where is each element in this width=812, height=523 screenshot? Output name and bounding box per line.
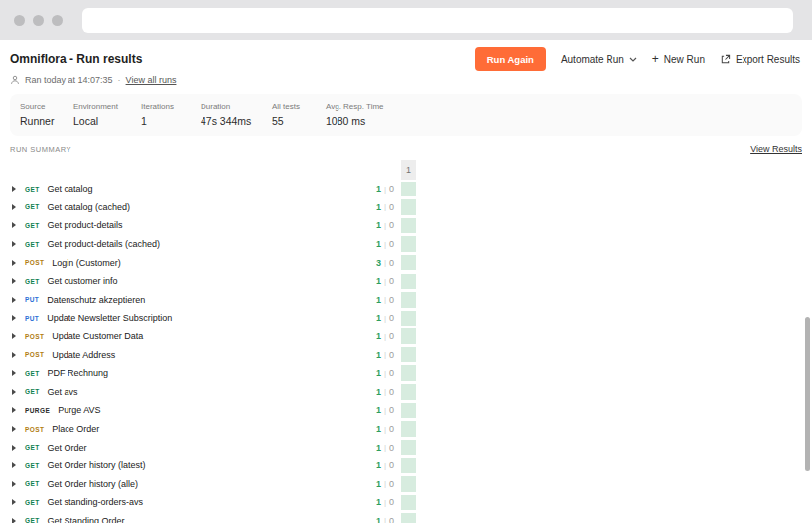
expand-caret-icon[interactable] [12, 462, 16, 468]
url-bar[interactable] [82, 8, 793, 33]
expand-caret-icon[interactable] [12, 278, 16, 284]
iteration-result-cell[interactable] [401, 292, 416, 308]
vertical-scrollbar[interactable] [805, 317, 810, 471]
expand-caret-icon[interactable] [12, 241, 16, 247]
expand-caret-icon[interactable] [12, 407, 16, 413]
new-run-button[interactable]: + New Run [652, 53, 705, 65]
table-row[interactable]: GETGet Order1|0 [0, 438, 812, 457]
table-row[interactable]: GETGet customer info1|0 [0, 272, 812, 291]
export-results-button[interactable]: Export Results [720, 54, 800, 65]
table-row[interactable]: POSTPlace Order1|0 [0, 420, 812, 439]
request-name: Datenschutz akzeptieren [47, 295, 145, 305]
stat-value: 47s 344ms [201, 115, 272, 127]
iteration-result-cell[interactable] [401, 403, 416, 419]
stat-label: Environment [73, 102, 141, 111]
method-badge: GET [25, 278, 40, 285]
iteration-result-cell[interactable] [401, 218, 416, 234]
grid-header-spacer [0, 160, 401, 180]
stat-label: Iterations [141, 102, 201, 111]
table-row[interactable]: GETGet Order history (latest)1|0 [0, 457, 812, 475]
table-row[interactable]: POSTUpdate Customer Data1|0 [0, 327, 812, 346]
expand-caret-icon[interactable] [12, 204, 16, 210]
expand-caret-icon[interactable] [12, 481, 16, 487]
table-row[interactable]: POSTLogin (Customer)3|0 [0, 253, 812, 272]
iteration-result-cell[interactable] [401, 199, 416, 215]
expand-caret-icon[interactable] [12, 297, 16, 303]
table-row[interactable]: GETGet Order history (alle)1|0 [0, 475, 812, 494]
expand-caret-icon[interactable] [12, 186, 16, 192]
iteration-result-cell[interactable] [401, 274, 416, 290]
iteration-result-cell[interactable] [401, 347, 416, 363]
expand-caret-icon[interactable] [12, 389, 16, 395]
test-counts: 1|0 [376, 497, 394, 507]
iteration-result-cell[interactable] [401, 365, 416, 381]
automate-run-button[interactable]: Automate Run [561, 54, 637, 65]
table-row[interactable]: GETGet product-details1|0 [0, 216, 812, 235]
view-all-runs-link[interactable]: View all runs [126, 75, 177, 85]
test-counts: 1|0 [376, 387, 394, 397]
iteration-result-cell[interactable] [401, 495, 416, 511]
passed-count: 1 [376, 387, 381, 397]
table-row[interactable]: PURGEPurge AVS1|0 [0, 401, 812, 420]
view-results-link[interactable]: View Results [750, 144, 802, 154]
table-row[interactable]: GETGet product-details (cached)1|0 [0, 235, 812, 254]
table-row[interactable]: PUTUpdate Newsletter Subscription1|0 [0, 309, 812, 327]
failed-count: 0 [389, 184, 394, 194]
window-maximize-button[interactable] [52, 15, 63, 26]
iteration-result-cell[interactable] [401, 255, 416, 271]
request-name: PDF Rechnung [48, 368, 109, 378]
stat-value: 1080 ms [326, 115, 445, 127]
count-separator: | [384, 479, 386, 488]
expand-caret-icon[interactable] [12, 518, 16, 523]
window-minimize-button[interactable] [33, 15, 44, 26]
expand-caret-icon[interactable] [12, 499, 16, 505]
window-controls [14, 15, 63, 26]
iteration-result-cell[interactable] [401, 182, 416, 197]
table-row[interactable]: GETGet catalog1|0 [0, 180, 812, 198]
expand-caret-icon[interactable] [12, 352, 16, 358]
expand-caret-icon[interactable] [12, 315, 16, 321]
method-badge: POST [25, 259, 44, 266]
table-row[interactable]: GETGet catalog (cached)1|0 [0, 198, 812, 217]
method-badge: GET [25, 370, 40, 377]
expand-caret-icon[interactable] [12, 222, 16, 228]
table-row[interactable]: PUTDatenschutz akzeptieren1|0 [0, 291, 812, 310]
test-counts: 1|0 [376, 479, 394, 489]
run-again-button[interactable]: Run Again [475, 47, 546, 71]
expand-caret-icon[interactable] [12, 445, 16, 451]
iteration-result-cell[interactable] [401, 476, 416, 492]
expand-caret-icon[interactable] [12, 426, 16, 432]
iteration-result-cell[interactable] [401, 513, 416, 523]
meta-separator: · [118, 75, 121, 85]
method-badge: GET [25, 203, 40, 210]
iteration-result-cell[interactable] [401, 421, 416, 437]
test-counts: 1|0 [376, 516, 394, 523]
expand-caret-icon[interactable] [12, 333, 16, 339]
expand-caret-icon[interactable] [12, 260, 16, 266]
passed-count: 1 [376, 443, 381, 453]
page-header: Omniflora - Run results Run Again Automa… [0, 40, 812, 70]
iteration-result-cell[interactable] [401, 328, 416, 344]
failed-count: 0 [389, 443, 394, 453]
count-separator: | [384, 202, 386, 211]
iteration-result-cell[interactable] [401, 384, 416, 400]
iteration-result-cell[interactable] [401, 440, 416, 456]
iteration-result-cell[interactable] [401, 311, 416, 327]
iteration-column-header[interactable]: 1 [401, 160, 416, 180]
request-name: Get avs [48, 387, 78, 397]
table-row[interactable]: GETGet avs1|0 [0, 383, 812, 402]
table-row[interactable]: POSTUpdate Address1|0 [0, 345, 812, 364]
table-row[interactable]: GETGet standing-orders-avs1|0 [0, 493, 812, 512]
iteration-result-cell[interactable] [401, 458, 416, 473]
method-badge: GET [25, 388, 40, 395]
table-row[interactable]: GETPDF Rechnung1|0 [0, 364, 812, 383]
summary-stat: EnvironmentLocal [73, 102, 141, 136]
table-row[interactable]: GETGet Standing Order1|0 [0, 512, 812, 523]
request-name: Get product-details [48, 220, 123, 230]
chevron-down-icon [629, 57, 637, 62]
expand-caret-icon[interactable] [12, 370, 16, 376]
count-separator: | [384, 350, 386, 359]
failed-count: 0 [389, 239, 394, 249]
window-close-button[interactable] [14, 15, 25, 26]
iteration-result-cell[interactable] [401, 236, 416, 252]
